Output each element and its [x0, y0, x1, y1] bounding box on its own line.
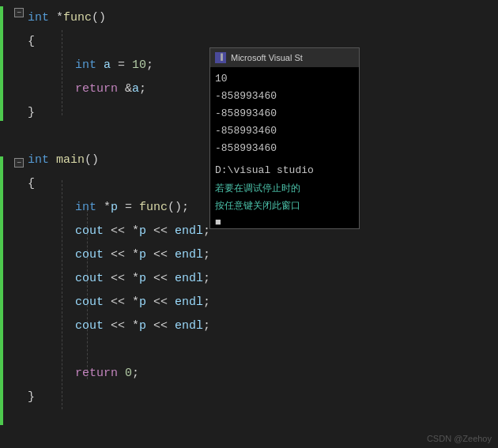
code-line-12: cout << * p << endl ; [28, 267, 360, 291]
op-stream-3: << [104, 243, 132, 267]
semi-1: ; [146, 54, 153, 77]
code-line-1: int * func () [28, 6, 360, 30]
console-title: Microsoft Visual St [231, 53, 303, 62]
console-path: D:\visual studio [215, 162, 354, 179]
op-stream-5: << [104, 267, 132, 291]
output-line-5: -858993460 [215, 140, 354, 157]
console-titlebar: ▐ Microsoft Visual St [210, 48, 359, 67]
endl-2: endl [175, 243, 203, 267]
addr-op: & [125, 77, 132, 101]
output-line-1: 10 [215, 70, 354, 88]
brace-close-1: } [28, 101, 35, 125]
num-0: 0 [125, 362, 132, 386]
op-stream-4: << [146, 243, 175, 267]
output-line-2: -858993460 [215, 88, 354, 105]
code-line-14: cout << * p << endl ; [28, 314, 360, 338]
deref-5: * [132, 314, 139, 338]
semi-cout-4: ; [203, 291, 210, 314]
console-body: 10 -858993460 -858993460 -858993460 -858… [210, 67, 359, 235]
endl-5: endl [175, 314, 203, 338]
endl-3: endl [175, 267, 203, 291]
assign-1: = [111, 54, 132, 77]
ptr-op-2: * [104, 196, 111, 220]
op-stream-8: << [146, 291, 175, 314]
p-ref-3: p [139, 267, 146, 291]
deref-2: * [132, 243, 139, 267]
keyword-int-1: int [28, 6, 49, 30]
keyword-int-2: int [75, 54, 96, 77]
code-line-13: cout << * p << endl ; [28, 291, 360, 314]
op-stream-10: << [146, 314, 175, 338]
code-editor: − − int * func () { int a = 10 ; [0, 0, 360, 448]
p-ref-4: p [139, 291, 146, 314]
paren-1: () [92, 6, 106, 30]
cout-3: cout [75, 267, 104, 291]
endl-1: endl [175, 220, 203, 243]
collapse-bar-main [0, 156, 3, 425]
blank-line-2 [28, 338, 360, 362]
var-a: a [104, 54, 111, 77]
console-icon: ▐ [215, 52, 226, 63]
vs-icon: ▐ [218, 54, 222, 62]
endl-4: endl [175, 291, 203, 314]
console-chinese-2: 按任意键关闭此窗口 [215, 197, 354, 214]
ptr-op-1: * [56, 6, 63, 30]
output-line-3: -858993460 [215, 105, 354, 122]
cout-4: cout [75, 291, 104, 314]
semi-2: ; [139, 77, 146, 101]
semi-return: ; [132, 362, 139, 386]
op-stream-2: << [146, 220, 175, 243]
code-line-11: cout << * p << endl ; [28, 243, 360, 267]
deref-3: * [132, 267, 139, 291]
keyword-return-2: return [75, 362, 118, 386]
p-ref-1: p [139, 220, 146, 243]
semi-cout-3: ; [203, 267, 210, 291]
keyword-int-3: int [28, 149, 49, 172]
console-chinese-1: 若要在调试停止时的 [215, 179, 354, 197]
code-line-17: } [28, 386, 360, 409]
p-ref-5: p [139, 314, 146, 338]
func-name: func [63, 6, 92, 30]
deref-1: * [132, 220, 139, 243]
semi-cout-5: ; [203, 314, 210, 338]
collapse-bar-func [0, 6, 3, 121]
main-name: main [56, 149, 85, 172]
collapse-toggle-main[interactable]: − [14, 158, 24, 168]
brace-close-2: } [28, 386, 35, 409]
paren-2: () [85, 149, 99, 172]
paren-3: (); [168, 196, 189, 220]
console-cursor: ■ [215, 214, 354, 232]
num-10: 10 [132, 54, 146, 77]
code-line-16: return 0 ; [28, 362, 360, 386]
op-stream-6: << [146, 267, 175, 291]
brace-open-2: { [28, 172, 35, 196]
cout-5: cout [75, 314, 104, 338]
brace-open-1: { [28, 30, 35, 54]
deref-4: * [132, 291, 139, 314]
cout-2: cout [75, 243, 104, 267]
op-stream-1: << [104, 220, 132, 243]
watermark: CSDN @Zeehoy [427, 434, 492, 443]
var-a-2: a [132, 77, 139, 101]
op-stream-7: << [104, 291, 132, 314]
func-call: func [139, 196, 168, 220]
collapse-toggle-func[interactable]: − [14, 8, 24, 17]
console-window[interactable]: ▐ Microsoft Visual St 10 -858993460 -858… [209, 47, 360, 229]
keyword-int-4: int [75, 196, 96, 220]
keyword-return-1: return [75, 77, 118, 101]
p-ref-2: p [139, 243, 146, 267]
cout-1: cout [75, 220, 104, 243]
output-line-4: -858993460 [215, 122, 354, 140]
semi-cout-2: ; [203, 243, 210, 267]
var-p: p [111, 196, 118, 220]
op-stream-9: << [104, 314, 132, 338]
assign-2: = [118, 196, 139, 220]
